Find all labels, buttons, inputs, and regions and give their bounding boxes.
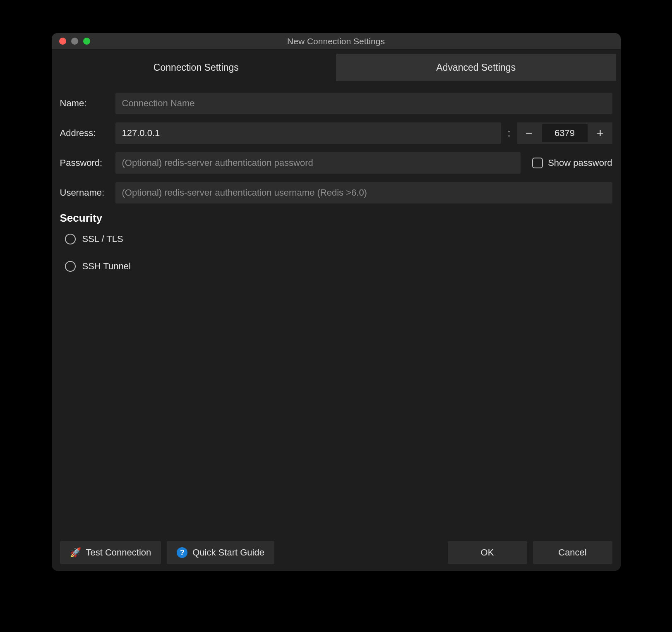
- ok-label: OK: [481, 547, 494, 558]
- port-separator: :: [507, 127, 511, 139]
- help-icon: ?: [177, 547, 187, 558]
- quick-start-label: Quick Start Guide: [192, 547, 264, 558]
- ok-button[interactable]: OK: [448, 541, 527, 564]
- port-spinbox: − +: [517, 122, 612, 144]
- minus-icon: −: [526, 126, 533, 140]
- ssh-row: SSH Tunnel: [65, 261, 612, 272]
- password-label: Password:: [60, 158, 110, 168]
- port-increment-button[interactable]: +: [588, 122, 612, 144]
- test-connection-button[interactable]: 🚀 Test Connection: [60, 541, 161, 564]
- security-heading: Security: [60, 212, 612, 225]
- form-content: Name: Address: : − + Password: Show: [52, 81, 621, 536]
- address-label: Address:: [60, 128, 110, 139]
- username-row: Username:: [60, 182, 612, 203]
- window-title: New Connection Settings: [52, 36, 621, 46]
- tab-connection-settings[interactable]: Connection Settings: [56, 54, 336, 81]
- address-input[interactable]: [115, 122, 501, 144]
- quick-start-guide-button[interactable]: ? Quick Start Guide: [167, 541, 274, 564]
- show-password-label: Show password: [548, 158, 612, 168]
- tabs: Connection Settings Advanced Settings: [52, 50, 621, 81]
- show-password-checkbox[interactable]: [532, 158, 543, 168]
- port-decrement-button[interactable]: −: [517, 122, 541, 144]
- tab-advanced-settings[interactable]: Advanced Settings: [336, 54, 616, 81]
- cancel-button[interactable]: Cancel: [533, 541, 612, 564]
- tab-label: Connection Settings: [154, 62, 239, 73]
- name-row: Name:: [60, 93, 612, 114]
- password-row: Password: Show password: [60, 152, 612, 174]
- password-input[interactable]: [115, 152, 521, 174]
- ssl-label: SSL / TLS: [82, 234, 123, 244]
- minimize-window-icon: [71, 38, 78, 45]
- ssh-label: SSH Tunnel: [82, 261, 131, 272]
- port-input[interactable]: [542, 124, 588, 142]
- tab-label: Advanced Settings: [436, 62, 516, 73]
- test-connection-label: Test Connection: [86, 547, 151, 558]
- dialog-footer: 🚀 Test Connection ? Quick Start Guide OK…: [52, 536, 621, 571]
- username-label: Username:: [60, 187, 110, 198]
- cancel-label: Cancel: [558, 547, 586, 558]
- ssl-row: SSL / TLS: [65, 234, 612, 244]
- plus-icon: +: [597, 126, 604, 140]
- titlebar: New Connection Settings: [52, 33, 621, 50]
- rocket-icon: 🚀: [70, 547, 81, 558]
- traffic-lights: [59, 38, 90, 45]
- ssh-radio[interactable]: [65, 261, 76, 272]
- new-connection-dialog: New Connection Settings Connection Setti…: [52, 33, 621, 571]
- username-input[interactable]: [115, 182, 612, 203]
- maximize-window-icon[interactable]: [83, 38, 90, 45]
- address-row: Address: : − +: [60, 122, 612, 144]
- close-window-icon[interactable]: [59, 38, 66, 45]
- show-password-wrap: Show password: [532, 158, 612, 168]
- name-input[interactable]: [115, 93, 612, 114]
- ssl-radio[interactable]: [65, 234, 76, 244]
- name-label: Name:: [60, 98, 110, 109]
